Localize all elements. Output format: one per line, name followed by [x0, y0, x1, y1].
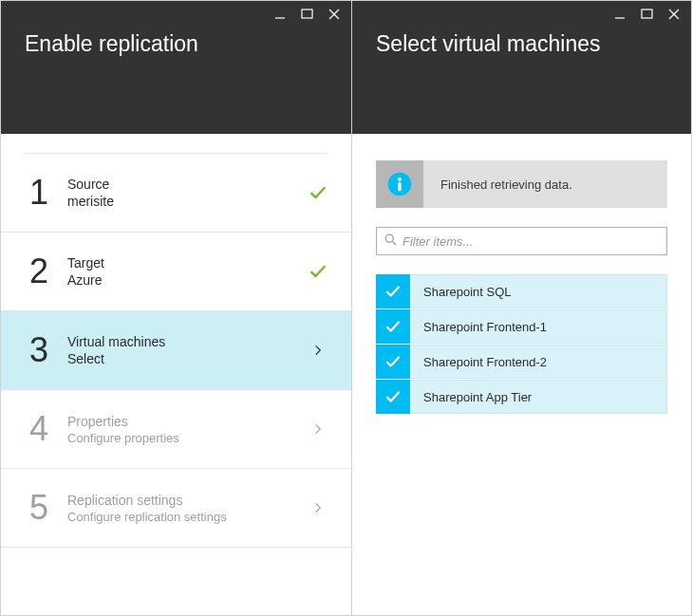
checkbox-icon[interactable] [376, 309, 410, 344]
right-pane: Select virtual machines Finished retriev… [352, 1, 691, 615]
right-body: Finished retrieving data. Sharepoint SQL [352, 134, 691, 615]
step-number: 2 [29, 252, 67, 291]
chevron-right-icon [304, 344, 332, 357]
checkbox-icon[interactable] [376, 380, 410, 414]
wizard-step-target[interactable]: 2 Target Azure [1, 233, 351, 311]
window-controls-right [611, 5, 683, 24]
chevron-right-icon [304, 501, 332, 514]
svg-line-12 [393, 242, 397, 246]
close-icon[interactable] [664, 5, 683, 24]
wizard-step-replication-settings[interactable]: 5 Replication settings Configure replica… [1, 469, 351, 548]
vm-label: Sharepoint SQL [410, 274, 667, 308]
svg-rect-1 [302, 9, 312, 18]
step-title: Virtual machines [67, 334, 304, 349]
step-title: Replication settings [67, 493, 304, 508]
minimize-icon[interactable] [611, 5, 630, 24]
wizard-step-properties[interactable]: 4 Properties Configure properties [1, 390, 351, 469]
left-pane: Enable replication 1 Source merisite 2 T… [1, 1, 352, 615]
step-title: Source [67, 177, 304, 192]
step-subtitle: Configure properties [67, 431, 304, 445]
step-text: Properties Configure properties [67, 414, 304, 445]
step-subtitle: Azure [67, 272, 304, 288]
step-number: 5 [29, 488, 67, 528]
step-title: Properties [67, 414, 304, 429]
step-number: 1 [29, 173, 67, 213]
filter-box[interactable] [376, 227, 667, 255]
wizard-steps: 1 Source merisite 2 Target Azure [1, 134, 351, 615]
checkbox-icon[interactable] [376, 274, 410, 308]
vm-label: Sharepoint Frontend-2 [410, 345, 667, 379]
minimize-icon[interactable] [271, 5, 290, 24]
step-text: Source merisite [67, 177, 304, 209]
wizard-step-source[interactable]: 1 Source merisite [1, 154, 351, 233]
check-icon [304, 183, 332, 202]
checkbox-icon[interactable] [376, 345, 410, 379]
window-controls-left [271, 5, 344, 24]
step-number: 3 [29, 330, 67, 370]
close-icon[interactable] [325, 5, 344, 24]
right-header: Select virtual machines [352, 1, 691, 134]
vm-label: Sharepoint App Tier [410, 380, 667, 414]
vm-item-sharepoint-app-tier[interactable]: Sharepoint App Tier [376, 380, 667, 414]
maximize-icon[interactable] [298, 5, 317, 24]
info-icon [376, 160, 423, 208]
vm-item-sharepoint-frontend-1[interactable]: Sharepoint Frontend-1 [376, 309, 667, 344]
vm-list: Sharepoint SQL Sharepoint Frontend-1 Sha… [376, 274, 667, 415]
info-banner-text: Finished retrieving data. [423, 160, 572, 208]
step-text: Virtual machines Select [67, 334, 304, 366]
vm-label: Sharepoint Frontend-1 [410, 309, 667, 344]
vm-item-sharepoint-frontend-2[interactable]: Sharepoint Frontend-2 [376, 345, 667, 379]
step-subtitle: merisite [67, 194, 304, 209]
info-banner: Finished retrieving data. [376, 160, 667, 208]
svg-point-11 [385, 234, 393, 242]
svg-rect-5 [642, 9, 652, 18]
step-text: Replication settings Configure replicati… [67, 493, 304, 524]
filter-input[interactable] [402, 234, 659, 249]
step-number: 4 [29, 409, 67, 449]
chevron-right-icon [304, 422, 332, 436]
step-subtitle: Select [67, 351, 304, 366]
wizard-step-virtual-machines[interactable]: 3 Virtual machines Select [1, 311, 351, 390]
search-icon [384, 233, 397, 250]
step-title: Target [67, 255, 304, 271]
check-icon [304, 262, 332, 281]
step-text: Target Azure [67, 255, 304, 288]
vm-item-sharepoint-sql[interactable]: Sharepoint SQL [376, 274, 667, 308]
left-header: Enable replication [1, 1, 351, 134]
step-subtitle: Configure replication settings [67, 510, 304, 524]
svg-point-9 [398, 177, 402, 181]
maximize-icon[interactable] [638, 5, 657, 24]
svg-rect-10 [398, 182, 401, 192]
